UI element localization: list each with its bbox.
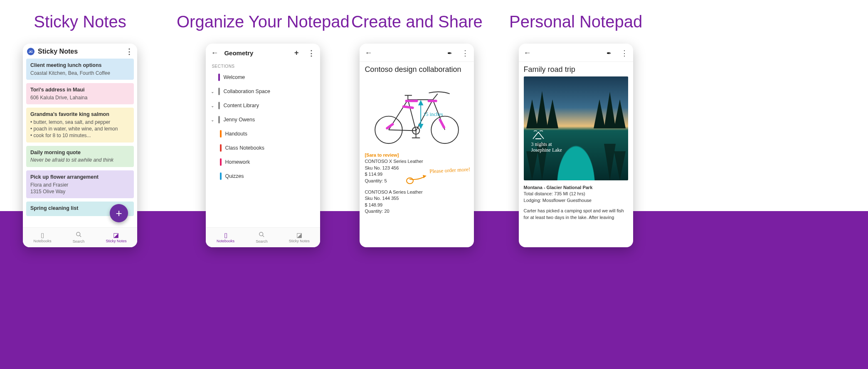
- bike-sketch: 15 inches: [365, 76, 469, 147]
- nav-notebooks[interactable]: ▯ Notebooks: [34, 232, 52, 243]
- pen-icon[interactable]: ✒: [447, 50, 452, 57]
- section-item[interactable]: Handouts: [206, 127, 320, 141]
- nav-sticky-notes[interactable]: ◪ Sticky Notes: [106, 232, 126, 243]
- section-group[interactable]: ⌄ Collaboration Space: [206, 84, 320, 98]
- add-icon[interactable]: +: [294, 49, 299, 57]
- pen-icon[interactable]: ✒: [607, 50, 612, 57]
- color-tab: [220, 144, 222, 152]
- back-icon[interactable]: ←: [524, 49, 531, 57]
- color-tab: [218, 116, 220, 123]
- svg-line-1: [79, 235, 81, 237]
- chevron-down-icon: ⌄: [211, 89, 215, 94]
- search-icon: [259, 231, 265, 239]
- section-group[interactable]: ⌄ Content Library: [206, 98, 320, 113]
- color-tab: [218, 88, 220, 95]
- sticky-note[interactable]: Tori's address in Maui 606 Kalula Drive,…: [26, 83, 134, 104]
- tent-doodle: [531, 130, 545, 140]
- nav-search[interactable]: Search: [256, 231, 268, 244]
- caption-3: Create and Share: [351, 12, 483, 31]
- svg-marker-13: [419, 101, 423, 105]
- color-tab: [218, 74, 220, 81]
- notebook-icon: ▯: [224, 232, 227, 238]
- trip-photo: 3 nights at Josephine Lake: [524, 76, 628, 180]
- chevron-down-icon: ⌄: [211, 103, 215, 108]
- page-title: Family road trip: [524, 65, 628, 74]
- svg-line-11: [387, 124, 393, 128]
- more-icon[interactable]: ⋮: [621, 49, 628, 57]
- page-title: Contoso design collaboration: [365, 65, 469, 74]
- svg-point-17: [407, 178, 413, 184]
- svg-text:15 inches: 15 inches: [423, 111, 443, 117]
- more-icon[interactable]: ⋮: [308, 49, 315, 57]
- sticky-note[interactable]: Grandma's favorite king salmon • butter,…: [26, 108, 134, 142]
- sticky-note[interactable]: Client meeting lunch options Coastal Kit…: [26, 59, 134, 80]
- sticky-note-icon: ◪: [113, 232, 119, 238]
- section-item[interactable]: Quizzes: [206, 169, 320, 183]
- caption-4: Personal Notepad: [509, 12, 642, 31]
- more-icon[interactable]: ⋮: [461, 49, 469, 57]
- chevron-down-icon: ⌄: [211, 118, 215, 122]
- back-icon[interactable]: ←: [211, 49, 218, 57]
- sticky-note[interactable]: Pick up flower arrangement Flora and Fra…: [26, 170, 134, 198]
- sticky-note[interactable]: Daily morning quote Never be afraid to s…: [26, 146, 134, 167]
- svg-line-8: [404, 106, 413, 108]
- sections-label: SECTIONS: [206, 61, 320, 70]
- phone-organize: ← Geometry + ⋮ SECTIONS Welcome ⌄ Collab…: [206, 44, 320, 247]
- nav-search[interactable]: Search: [73, 231, 85, 244]
- search-icon: [76, 231, 82, 239]
- svg-point-0: [76, 232, 80, 236]
- phone-create-share: ← ✒ ⋮ Contoso design collaboration: [360, 44, 474, 247]
- notebook-icon: ▯: [41, 232, 44, 238]
- sticky-note-icon: ◪: [296, 232, 302, 238]
- nav-sticky-notes[interactable]: ◪ Sticky Notes: [289, 232, 310, 243]
- color-tab: [220, 158, 222, 166]
- product-info: CONTOSO A Series Leather Sku No. 144 355…: [365, 189, 469, 215]
- avatar[interactable]: JC: [27, 48, 35, 55]
- nav-notebooks[interactable]: ▯ Notebooks: [217, 232, 234, 243]
- circle-annotation: [406, 177, 414, 184]
- caption-2: Organize Your Notepad: [177, 12, 350, 31]
- color-tab: [220, 130, 222, 138]
- svg-line-3: [262, 235, 264, 237]
- caption-1: Sticky Notes: [34, 12, 126, 31]
- svg-point-2: [259, 232, 263, 236]
- add-note-fab[interactable]: +: [110, 204, 128, 222]
- section-group[interactable]: ⌄ Jenny Owens: [206, 113, 320, 127]
- phone-sticky-notes: JC Sticky Notes ⋮ Client meeting lunch o…: [23, 44, 137, 247]
- section-item[interactable]: Class Notebooks: [206, 141, 320, 155]
- color-tab: [218, 102, 220, 109]
- more-icon[interactable]: ⋮: [126, 48, 133, 55]
- svg-marker-14: [419, 124, 423, 128]
- section-item[interactable]: Welcome: [206, 70, 320, 84]
- color-tab: [220, 172, 222, 180]
- notebook-title: Geometry: [224, 49, 253, 57]
- back-icon[interactable]: ←: [365, 49, 372, 57]
- screen-title: Sticky Notes: [38, 48, 78, 55]
- svg-point-5: [432, 116, 459, 144]
- section-item[interactable]: Homework: [206, 155, 320, 169]
- trip-info: Montana - Glacier National Park Total di…: [524, 184, 628, 221]
- svg-line-10: [440, 120, 444, 127]
- svg-marker-16: [423, 175, 426, 178]
- phone-personal: ← ✒ ⋮ Family road trip: [519, 44, 633, 247]
